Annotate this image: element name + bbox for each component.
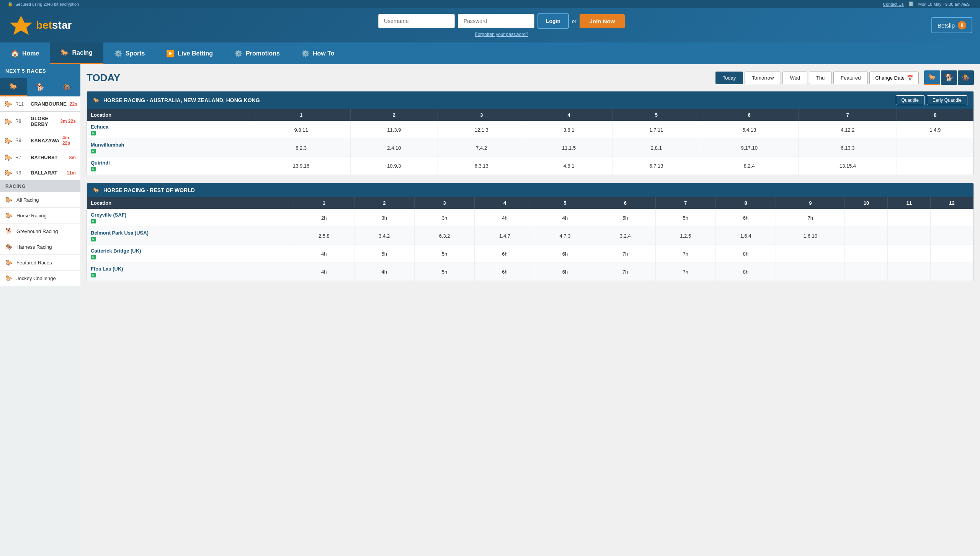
race-number: R9 xyxy=(15,170,28,176)
sidebar-item-all-racing[interactable]: 🐎 All Racing xyxy=(0,192,80,208)
race-cell[interactable]: 3,2,4 xyxy=(595,227,655,245)
race-cell[interactable]: 11,3,9 xyxy=(350,121,438,139)
race-cell[interactable]: 8,2,4 xyxy=(700,157,799,175)
login-button[interactable]: Login xyxy=(537,13,569,29)
date-tabs: Today Tomorrow Wed Thu Featured Change D… xyxy=(715,72,919,84)
col-7: 7 xyxy=(799,109,897,121)
race-cell[interactable]: 5h xyxy=(354,245,414,263)
nav-racing[interactable]: 🐎 Racing xyxy=(50,42,103,64)
race-cell[interactable]: 6h xyxy=(535,263,595,281)
tab-featured[interactable]: Featured xyxy=(833,72,868,84)
race-cell[interactable]: 4h xyxy=(475,209,535,227)
sidebar-item-greyhound-racing[interactable]: 🐕 Greyhound Racing xyxy=(0,223,80,239)
race-cell[interactable]: 5,4,13 xyxy=(700,121,799,139)
race-cell[interactable]: 10,9,3 xyxy=(350,157,438,175)
race-cell[interactable]: 8,2,3 xyxy=(252,139,350,157)
race-cell[interactable]: 2,8,1 xyxy=(612,139,700,157)
betslip-button[interactable]: Betslip 0 xyxy=(931,17,972,33)
join-button[interactable]: Join Now xyxy=(580,14,625,28)
tab-thu[interactable]: Thu xyxy=(809,72,832,84)
tab-today[interactable]: Today xyxy=(715,72,743,84)
race-cell[interactable]: 9,8,11 xyxy=(252,121,350,139)
sidebar-item-horse-racing[interactable]: 🐎 Horse Racing xyxy=(0,208,80,223)
race-cell[interactable]: 9,17,10 xyxy=(700,139,799,157)
race-cell[interactable]: 7h xyxy=(595,245,655,263)
race-cell[interactable]: 1,4,7 xyxy=(475,227,535,245)
race-cell[interactable]: 4,8,1 xyxy=(525,157,612,175)
filter-horse-btn[interactable]: 🐎 xyxy=(924,70,940,85)
race-cell[interactable]: 2,5,8 xyxy=(294,227,354,245)
race-cell[interactable]: 3h xyxy=(354,209,414,227)
race-cell[interactable]: 5h xyxy=(414,263,474,281)
password-input[interactable] xyxy=(458,14,534,28)
race-cell[interactable]: 3h xyxy=(414,209,474,227)
tab-wed[interactable]: Wed xyxy=(782,72,807,84)
sidebar-item-featured-races[interactable]: 🐎 Featured Races xyxy=(0,255,80,271)
race-cell[interactable]: 1,6,4 xyxy=(715,227,776,245)
race-cell[interactable]: 2h xyxy=(294,209,354,227)
early-quaddie-button[interactable]: Early Quaddie xyxy=(927,95,967,105)
race-cell[interactable]: 3,8,1 xyxy=(525,121,612,139)
greyhound-type-btn[interactable]: 🐕 xyxy=(27,78,54,96)
race-cell[interactable]: 6,3,13 xyxy=(438,157,525,175)
horse-type-btn[interactable]: 🐎 xyxy=(0,78,27,96)
forgotten-password-link[interactable]: Forgotten your password? xyxy=(475,31,528,37)
race-item[interactable]: 🐎 R8 GLOBE DERBY 3m 22s xyxy=(0,112,80,131)
race-cell[interactable]: 5h xyxy=(414,245,474,263)
race-cell[interactable]: 4h xyxy=(294,245,354,263)
nav-home[interactable]: 🏠 Home xyxy=(0,43,50,64)
race-cell[interactable]: 7,4,2 xyxy=(438,139,525,157)
race-cell[interactable]: 7h xyxy=(655,245,715,263)
race-cell[interactable]: 12,1,3 xyxy=(438,121,525,139)
race-cell[interactable]: 4,12,2 xyxy=(799,121,897,139)
race-item[interactable]: 🐎 R9 BALLARAT 11m xyxy=(0,165,80,181)
race-cell[interactable]: 2,4,10 xyxy=(350,139,438,157)
race-cell[interactable]: 6h xyxy=(715,209,776,227)
nav-promotions[interactable]: ⚙️ Promotions xyxy=(224,43,291,64)
race-item[interactable]: 🐎 R11 CRANBOURNE 22s xyxy=(0,96,80,112)
race-cell[interactable]: 13,15,4 xyxy=(799,157,897,175)
race-cell[interactable]: 4,7,3 xyxy=(535,227,595,245)
race-cell[interactable]: 7h xyxy=(776,209,845,227)
username-input[interactable] xyxy=(378,14,455,28)
race-cell[interactable]: 6h xyxy=(475,245,535,263)
race-item[interactable]: 🐎 R7 BATHURST 8m xyxy=(0,150,80,165)
race-cell[interactable]: 6h xyxy=(475,263,535,281)
race-cell[interactable]: 5h xyxy=(595,209,655,227)
race-cell[interactable]: 8h xyxy=(715,263,776,281)
race-cell[interactable]: 4h xyxy=(354,263,414,281)
race-cell[interactable]: 6h xyxy=(535,245,595,263)
contact-link[interactable]: Contact Us xyxy=(883,2,903,7)
filter-harness-btn[interactable]: 🏇 xyxy=(958,70,974,85)
race-cell[interactable]: 11,1,5 xyxy=(525,139,612,157)
race-cell[interactable]: 6,7,13 xyxy=(612,157,700,175)
race-cell[interactable]: 7h xyxy=(595,263,655,281)
race-cell[interactable]: 3,4,2 xyxy=(354,227,414,245)
race-cell[interactable]: 7h xyxy=(655,263,715,281)
nav-how-to[interactable]: ⚙️ How To xyxy=(291,43,345,64)
tab-tomorrow[interactable]: Tomorrow xyxy=(745,72,781,84)
filter-greyhound-btn[interactable]: 🐕 xyxy=(941,70,957,85)
race-cell[interactable]: 8h xyxy=(715,245,776,263)
jockey-challenge-icon: 🐎 xyxy=(5,275,13,282)
race-type-icon: 🐎 xyxy=(5,100,12,108)
race-cell[interactable]: 13,9,16 xyxy=(252,157,350,175)
race-cell[interactable]: 1,4,9 xyxy=(897,121,973,139)
race-item[interactable]: 🐎 R9 KANAZAWA 4m 22s xyxy=(0,131,80,150)
sidebar-item-harness-racing[interactable]: 🏇 Harness Racing xyxy=(0,239,80,255)
nav-sports[interactable]: ⚙️ Sports xyxy=(103,43,156,64)
race-cell[interactable]: 4h xyxy=(535,209,595,227)
race-cell[interactable]: 6,13,3 xyxy=(799,139,897,157)
race-cell[interactable]: 4h xyxy=(294,263,354,281)
race-cell xyxy=(888,263,931,281)
race-cell[interactable]: 1,2,5 xyxy=(655,227,715,245)
race-cell[interactable]: 1,6,10 xyxy=(776,227,845,245)
race-cell[interactable]: 1,7,11 xyxy=(612,121,700,139)
harness-type-btn[interactable]: 🏇 xyxy=(54,78,80,96)
change-date-button[interactable]: Change Date 📅 xyxy=(869,72,919,84)
race-cell[interactable]: 5h xyxy=(655,209,715,227)
nav-live-betting[interactable]: ▶️ Live Betting xyxy=(155,43,224,64)
sidebar-item-jockey-challenge[interactable]: 🐎 Jockey Challenge xyxy=(0,271,80,286)
quaddie-button[interactable]: Quaddie xyxy=(896,95,924,105)
race-cell[interactable]: 6,3,2 xyxy=(414,227,474,245)
